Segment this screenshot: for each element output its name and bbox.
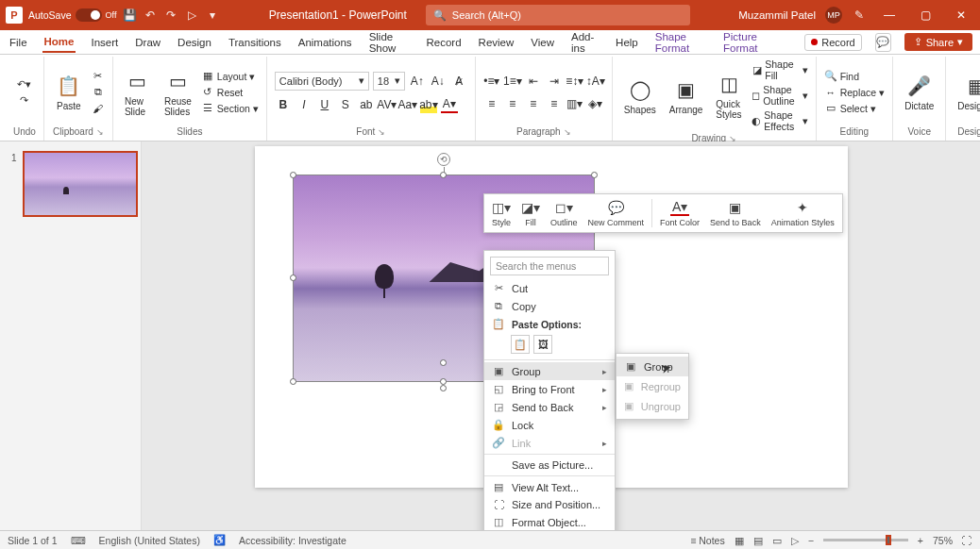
ctx-lock[interactable]: 🔒Lock (484, 416, 615, 434)
user-avatar[interactable]: MP (825, 7, 842, 24)
minimize-button[interactable]: — (876, 8, 903, 22)
status-access-icon[interactable]: ♿ (213, 534, 226, 546)
launcher-icon[interactable]: ↘ (96, 127, 104, 137)
shape-effects-button[interactable]: ◐Shape Effects ▾ (752, 109, 807, 132)
clear-format-button[interactable]: A̷ (450, 73, 467, 90)
status-lang[interactable]: English (United States) (99, 535, 200, 546)
ctx-bring-front[interactable]: ◱Bring to Front▸ (484, 380, 615, 398)
view-sorter-button[interactable]: ▤ (753, 535, 763, 546)
align-left-button[interactable]: ≡ (483, 95, 500, 112)
underline-button[interactable]: U (316, 96, 333, 113)
font-color-button[interactable]: A▾ (441, 96, 458, 113)
bullets-button[interactable]: •≡▾ (483, 73, 500, 90)
zoom-slider[interactable] (823, 539, 908, 541)
view-normal-button[interactable]: ▦ (735, 535, 744, 546)
smartart-button[interactable]: ◈▾ (587, 95, 604, 112)
decrease-font-button[interactable]: A↓ (430, 73, 447, 90)
notes-button[interactable]: ≡ Notes (690, 535, 724, 546)
redo-button[interactable]: ↷ (18, 93, 31, 107)
search-input[interactable]: 🔍 Search (Alt+Q) (426, 5, 690, 25)
rotate-handle[interactable]: ⟲ (437, 153, 450, 166)
shape-outline-button[interactable]: ◻Shape Outline ▾ (752, 84, 807, 107)
view-reading-button[interactable]: ▭ (772, 535, 782, 546)
mini-comment-button[interactable]: 💬New Comment (583, 197, 650, 229)
layout-button[interactable]: ▦Layout ▾ (201, 70, 259, 83)
resize-handle[interactable] (290, 172, 296, 178)
tab-addins[interactable]: Add-ins (569, 27, 600, 58)
numbering-button[interactable]: 1≡▾ (504, 73, 521, 90)
qat-more-icon[interactable]: ▾ (205, 8, 220, 23)
zoom-value[interactable]: 75% (933, 535, 953, 546)
paste-opt-2[interactable]: 🖼 (533, 335, 552, 354)
highlight-button[interactable]: ab▾ (420, 96, 437, 113)
slide-canvas-area[interactable]: ⟲ ◫▾Style ◪▾Fi (142, 141, 980, 530)
reuse-slides-button[interactable]: ▭Reuse Slides (161, 66, 195, 119)
columns-button[interactable]: ▥▾ (566, 95, 583, 112)
share-button[interactable]: ⇪Share▾ (904, 33, 972, 51)
ctx-cut[interactable]: ✂Cut (484, 279, 615, 297)
tab-transitions[interactable]: Transitions (227, 33, 283, 52)
cut-button[interactable]: ✂ (92, 70, 105, 83)
slideshow-start-icon[interactable]: ▷ (184, 8, 199, 23)
menu-search-input[interactable]: Search the menus (490, 257, 609, 275)
ctx-alt-text[interactable]: ▤View Alt Text... (484, 478, 615, 496)
resize-handle[interactable] (290, 274, 296, 281)
fit-button[interactable]: ⛶ (962, 535, 972, 546)
ctx-save-picture[interactable]: Save as Picture... (484, 457, 615, 474)
section-button[interactable]: ☰Section ▾ (201, 102, 259, 115)
ctx-group[interactable]: ▣Group▸ (484, 362, 615, 380)
copy-button[interactable]: ⧉ (92, 86, 105, 99)
tab-insert[interactable]: Insert (89, 33, 120, 52)
maximize-button[interactable]: ▢ (912, 8, 938, 22)
increase-font-button[interactable]: A↑ (409, 73, 426, 90)
mini-fill-button[interactable]: ◪▾Fill (516, 197, 545, 229)
close-button[interactable]: ✕ (948, 8, 974, 22)
resize-handle[interactable] (440, 359, 447, 366)
select-button[interactable]: ▭Select ▾ (824, 102, 886, 115)
font-name-select[interactable]: Calibri (Body)▾ (275, 72, 369, 91)
new-slide-button[interactable]: ▭New Slide (121, 66, 155, 119)
inc-indent-button[interactable]: ⇥ (546, 73, 563, 90)
undo-button[interactable]: ↶▾ (18, 77, 31, 91)
italic-button[interactable]: I (296, 96, 313, 113)
comments-button[interactable]: 💬 (875, 33, 891, 52)
toggle-switch[interactable] (76, 8, 102, 22)
ctx-format-object[interactable]: ◫Format Object... (484, 513, 615, 530)
bold-button[interactable]: B (275, 96, 292, 113)
strike-button[interactable]: S (337, 96, 354, 113)
tab-home[interactable]: Home (42, 32, 76, 53)
arrange-button[interactable]: ▣Arrange (666, 75, 707, 117)
tab-animations[interactable]: Animations (296, 33, 354, 52)
record-button[interactable]: Record (804, 34, 861, 51)
launcher-icon[interactable]: ↘ (564, 127, 571, 137)
status-access[interactable]: Accessibility: Investigate (239, 535, 346, 546)
paste-button[interactable]: 📋Paste (52, 71, 86, 113)
change-case-button[interactable]: Aa▾ (399, 96, 416, 113)
tab-view[interactable]: View (529, 33, 556, 52)
tab-file[interactable]: File (8, 33, 29, 52)
tab-draw[interactable]: Draw (133, 33, 162, 52)
save-icon[interactable]: 💾 (122, 8, 137, 23)
resize-handle[interactable] (591, 172, 598, 178)
designer-button[interactable]: ▦Designer (954, 71, 980, 113)
tab-shape-format[interactable]: Shape Format (653, 27, 708, 58)
dictate-button[interactable]: 🎤Dictate (901, 71, 938, 113)
tab-design[interactable]: Design (176, 33, 213, 52)
text-direction-button[interactable]: ↕A▾ (587, 73, 604, 90)
tab-help[interactable]: Help (614, 33, 640, 52)
shadow-button[interactable]: ab (358, 96, 375, 113)
dec-indent-button[interactable]: ⇤ (525, 73, 542, 90)
tab-picture-format[interactable]: Picture Format (721, 27, 778, 58)
pencil-icon[interactable]: ✎ (852, 8, 867, 23)
align-right-button[interactable]: ≡ (525, 95, 542, 112)
shapes-button[interactable]: ◯Shapes (620, 75, 660, 117)
format-painter-button[interactable]: 🖌 (92, 102, 105, 115)
resize-handle[interactable] (440, 172, 447, 178)
tab-record[interactable]: Record (425, 33, 464, 52)
replace-button[interactable]: ↔Replace ▾ (824, 86, 886, 99)
zoom-out-button[interactable]: − (808, 535, 814, 546)
ctx-copy[interactable]: ⧉Copy (484, 297, 615, 315)
status-lang-icon[interactable]: ⌨ (71, 535, 86, 546)
align-center-button[interactable]: ≡ (504, 95, 521, 112)
zoom-in-button[interactable]: + (918, 535, 923, 546)
